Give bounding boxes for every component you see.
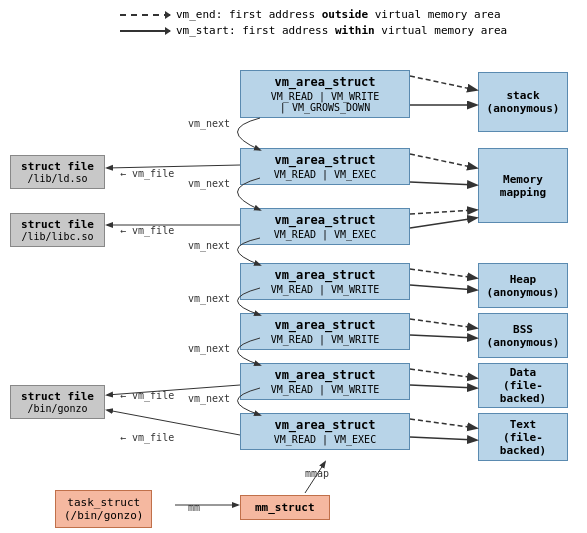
- svg-line-0: [410, 76, 476, 90]
- vma-box-6: vm_area_struct VM_READ | VM_WRITE: [240, 363, 410, 400]
- vma-title-3: vm_area_struct: [247, 213, 403, 227]
- svg-line-9: [410, 218, 476, 228]
- mmap-label: Memorymapping: [500, 173, 546, 199]
- vm-next-5: vm_next: [188, 343, 230, 354]
- vma-box-4: vm_area_struct VM_READ | VM_WRITE: [240, 263, 410, 300]
- right-box-mmap: Memorymapping: [478, 148, 568, 223]
- vma-fields-7: VM_READ | VM_EXEC: [247, 434, 403, 445]
- vma-box-5: vm_area_struct VM_READ | VM_WRITE: [240, 313, 410, 350]
- struct-libc-path: /lib/libc.so: [17, 231, 98, 242]
- vma-fields-4: VM_READ | VM_WRITE: [247, 284, 403, 295]
- mmap-arrow-label: mmap: [305, 468, 329, 479]
- struct-box-ld: struct file /lib/ld.so: [10, 155, 105, 189]
- vm-file-1: ← vm_file: [120, 168, 174, 179]
- right-box-bss: BSS(anonymous): [478, 313, 568, 358]
- legend-dashed-text: vm_end: first address outside virtual me…: [176, 8, 501, 21]
- svg-line-13: [410, 437, 476, 440]
- text-label: Text(file-backed): [500, 418, 546, 457]
- svg-line-3: [410, 269, 476, 278]
- vma-fields-2: VM_READ | VM_EXEC: [247, 169, 403, 180]
- vma-title-6: vm_area_struct: [247, 368, 403, 382]
- svg-line-11: [410, 335, 476, 338]
- svg-line-12: [410, 385, 476, 388]
- vm-next-3: vm_next: [188, 240, 230, 251]
- task-struct-box: task_struct(/bin/gonzo): [55, 490, 152, 528]
- legend-solid-text: vm_start: first address within virtual m…: [176, 24, 507, 37]
- right-box-heap: Heap(anonymous): [478, 263, 568, 308]
- svg-line-5: [410, 369, 476, 378]
- struct-box-libc: struct file /lib/libc.so: [10, 213, 105, 247]
- vma-fields-6: VM_READ | VM_WRITE: [247, 384, 403, 395]
- vma-fields-3: VM_READ | VM_EXEC: [247, 229, 403, 240]
- struct-libc-title: struct file: [17, 218, 98, 231]
- vma-title-4: vm_area_struct: [247, 268, 403, 282]
- mm-struct-label: mm_struct: [255, 501, 315, 514]
- vm-next-2: vm_next: [188, 178, 230, 189]
- struct-box-gonzo: struct file /bin/gonzo: [10, 385, 105, 419]
- struct-ld-path: /lib/ld.so: [17, 173, 98, 184]
- task-struct-label: task_struct(/bin/gonzo): [64, 496, 143, 522]
- svg-line-4: [410, 319, 476, 328]
- stack-label: stack(anonymous): [487, 89, 560, 115]
- vma-box-1: vm_area_struct VM_READ | VM_WRITE| VM_GR…: [240, 70, 410, 118]
- svg-line-6: [410, 419, 476, 428]
- vma-title-5: vm_area_struct: [247, 318, 403, 332]
- vm-next-6: vm_next: [188, 393, 230, 404]
- struct-ld-title: struct file: [17, 160, 98, 173]
- data-label: Data(file-backed): [500, 366, 546, 405]
- mm-struct-box: mm_struct: [240, 495, 330, 520]
- right-box-text: Text(file-backed): [478, 413, 568, 461]
- vma-title-7: vm_area_struct: [247, 418, 403, 432]
- vma-box-7: vm_area_struct VM_READ | VM_EXEC: [240, 413, 410, 450]
- vm-next-1: vm_next: [188, 118, 230, 129]
- vma-title-2: vm_area_struct: [247, 153, 403, 167]
- vm-next-4: vm_next: [188, 293, 230, 304]
- svg-line-10: [410, 285, 476, 290]
- heap-label: Heap(anonymous): [487, 273, 560, 299]
- struct-gonzo-path: /bin/gonzo: [17, 403, 98, 414]
- vma-box-3: vm_area_struct VM_READ | VM_EXEC: [240, 208, 410, 245]
- vma-fields-5: VM_READ | VM_WRITE: [247, 334, 403, 345]
- vma-title-1: vm_area_struct: [247, 75, 403, 89]
- svg-line-1: [410, 154, 476, 168]
- svg-line-8: [410, 182, 476, 185]
- bss-label: BSS(anonymous): [487, 323, 560, 349]
- legend: vm_end: first address outside virtual me…: [120, 8, 507, 40]
- vm-file-2: ← vm_file: [120, 225, 174, 236]
- right-box-data: Data(file-backed): [478, 363, 568, 408]
- struct-gonzo-title: struct file: [17, 390, 98, 403]
- vma-box-2: vm_area_struct VM_READ | VM_EXEC: [240, 148, 410, 185]
- vm-file-4: ← vm_file: [120, 432, 174, 443]
- svg-line-2: [410, 210, 476, 214]
- diagram: vm_end: first address outside virtual me…: [0, 0, 587, 533]
- mm-arrow-label: mm: [188, 502, 200, 513]
- vma-fields-1: VM_READ | VM_WRITE| VM_GROWS_DOWN: [247, 91, 403, 113]
- right-box-stack: stack(anonymous): [478, 72, 568, 132]
- vm-file-3: ← vm_file: [120, 390, 174, 401]
